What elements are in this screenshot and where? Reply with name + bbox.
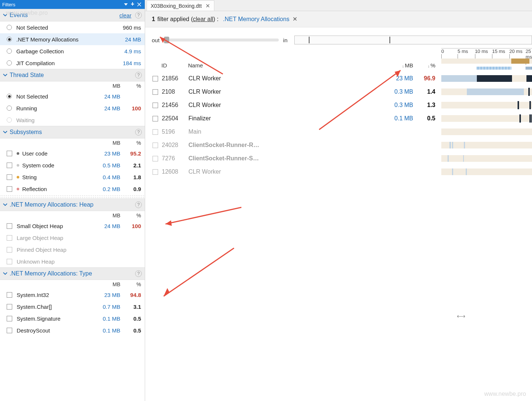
type-row[interactable]: DestroyScout 0.1 MB 0.5	[0, 324, 145, 336]
event-name: JIT Compilation	[16, 60, 114, 66]
checkbox-icon[interactable]	[153, 129, 158, 135]
subsystem-row[interactable]: String 0.4 MB 1.8	[0, 171, 145, 183]
checkbox-icon[interactable]	[7, 328, 12, 333]
event-row[interactable]: .NET Memory Allocations 24 MB	[0, 33, 145, 45]
resize-handle-icon[interactable]: ⟷	[457, 313, 465, 320]
subsystem-row[interactable]: Reflection 0.2 MB 0.9	[0, 183, 145, 195]
event-row[interactable]: Garbage Collection 4.9 ms	[0, 45, 145, 57]
heap-row[interactable]: Large Object Heap	[0, 232, 145, 244]
checkbox-icon[interactable]	[153, 116, 158, 121]
checkbox-icon[interactable]	[7, 151, 12, 156]
thread-row[interactable]: 21856 CLR Worker 23 MB 96.9	[145, 72, 441, 85]
checkbox-icon[interactable]	[7, 235, 12, 241]
section-events[interactable]: Events clear ?	[0, 9, 145, 21]
type-row[interactable]: System.Char[] 0.7 MB 3.1	[0, 301, 145, 313]
clear-all-link[interactable]: clear all	[193, 16, 213, 23]
timeline-row[interactable]	[441, 125, 532, 138]
checkbox-icon[interactable]	[7, 174, 12, 180]
timeline-row[interactable]	[441, 138, 532, 152]
col-mb[interactable]: ↓MB	[380, 62, 413, 68]
timeline-row[interactable]	[441, 72, 532, 85]
radio-icon[interactable]	[7, 60, 12, 66]
timeline-row[interactable]	[441, 98, 532, 112]
timeline[interactable]	[441, 59, 532, 178]
thread-row[interactable]: 5196 Main	[145, 125, 441, 138]
thread-row[interactable]: 7276 ClientSocket-Runner-S…	[145, 152, 441, 165]
checkbox-icon[interactable]	[153, 156, 158, 161]
type-row[interactable]: System.Int32 23 MB 94.8	[0, 289, 145, 301]
radio-icon[interactable]	[7, 37, 12, 42]
thread-state-row[interactable]: Not Selected 24 MB	[0, 90, 145, 102]
radio-icon[interactable]	[7, 117, 12, 123]
filter-chip[interactable]: .NET Memory Allocations	[223, 16, 289, 23]
events-clear-link[interactable]: clear	[119, 12, 131, 19]
col-id[interactable]: ID	[161, 62, 188, 68]
heap-row[interactable]: Unknown Heap	[0, 255, 145, 267]
overview-timeline[interactable]	[294, 36, 532, 44]
checkbox-icon[interactable]	[7, 316, 12, 321]
filter-bar: 1 filter applied ( clear all ) : .NET Me…	[145, 11, 532, 27]
subsystem-row[interactable]: System code 0.5 MB 2.1	[0, 159, 145, 171]
timeline-row[interactable]	[441, 112, 532, 125]
thread-row[interactable]: 12608 CLR Worker	[145, 165, 441, 178]
thread-row[interactable]: 2108 CLR Worker 0.3 MB 1.4	[145, 85, 441, 98]
checkbox-icon[interactable]	[153, 169, 158, 175]
section-thread-state[interactable]: Thread State ?	[0, 69, 145, 81]
dropdown-icon[interactable]	[123, 3, 129, 6]
help-icon[interactable]: ?	[135, 12, 142, 19]
time-ruler[interactable]: 0 5 ms 10 ms 15 ms 20 ms 25 ms	[441, 48, 532, 59]
thread-row[interactable]: 21456 CLR Worker 0.3 MB 1.3	[145, 98, 441, 112]
close-icon[interactable]: ✕	[205, 3, 210, 9]
filters-titlebar: Filters	[0, 0, 145, 9]
pin-icon[interactable]	[129, 2, 136, 7]
filters-panel: Filters Events clear ? Not Selected 960 …	[0, 0, 145, 401]
close-icon[interactable]	[136, 3, 143, 6]
thread-row[interactable]: 24028 ClientSocket-Runner-R…	[145, 138, 441, 152]
radio-icon[interactable]	[7, 25, 12, 30]
type-row[interactable]: System.Signature 0.1 MB 0.5	[0, 313, 145, 324]
subsystem-row[interactable]: User code 23 MB 95.2	[0, 147, 145, 159]
color-dot-icon	[17, 176, 19, 178]
thread-state-row[interactable]: Running 24 MB 100	[0, 102, 145, 114]
help-icon[interactable]: ?	[135, 270, 142, 277]
thread-state-row[interactable]: Waiting	[0, 114, 145, 126]
event-row[interactable]: Not Selected 960 ms	[0, 21, 145, 33]
checkbox-icon[interactable]	[7, 163, 12, 168]
svg-line-11	[164, 248, 234, 296]
section-heap[interactable]: .NET Memory Allocations: Heap ?	[0, 198, 145, 211]
col-pct: %	[120, 140, 141, 146]
checkbox-icon[interactable]	[7, 292, 12, 298]
checkbox-icon[interactable]	[7, 247, 12, 253]
slider-thumb[interactable]	[164, 37, 169, 43]
subsystem-name: String	[22, 174, 93, 180]
checkbox-icon[interactable]	[153, 103, 158, 108]
checkbox-icon[interactable]	[7, 186, 12, 192]
checkbox-icon[interactable]	[153, 76, 158, 81]
timeline-row[interactable]	[441, 85, 532, 98]
radio-icon[interactable]	[7, 106, 12, 111]
thread-name: Finalizer	[188, 115, 380, 122]
checkbox-icon[interactable]	[153, 89, 158, 95]
checkbox-icon[interactable]	[7, 223, 12, 229]
timeline-row[interactable]	[441, 152, 532, 165]
help-icon[interactable]: ?	[135, 201, 142, 208]
close-icon[interactable]: ✕	[292, 16, 297, 23]
col-name[interactable]: Name	[188, 62, 380, 68]
checkbox-icon[interactable]	[153, 143, 158, 148]
heap-row[interactable]: Small Object Heap 24 MB 100	[0, 220, 145, 232]
section-type[interactable]: .NET Memory Allocations: Type ?	[0, 267, 145, 280]
help-icon[interactable]: ?	[135, 129, 142, 136]
section-subsystems[interactable]: Subsystems ?	[0, 126, 145, 138]
thread-row[interactable]: 22504 Finalizer 0.1 MB 0.5	[145, 112, 441, 125]
tab-document[interactable]: X03Boxing_Boxing.dtt ✕	[147, 0, 214, 11]
checkbox-icon[interactable]	[7, 259, 12, 264]
radio-icon[interactable]	[7, 94, 12, 99]
event-row[interactable]: JIT Compilation 184 ms	[0, 57, 145, 69]
zoom-slider[interactable]	[164, 39, 279, 41]
timeline-row[interactable]	[441, 165, 532, 178]
radio-icon[interactable]	[7, 49, 12, 54]
heap-row[interactable]: Pinned Object Heap	[0, 244, 145, 255]
col-pct[interactable]: ↓%	[413, 62, 435, 68]
help-icon[interactable]: ?	[135, 72, 142, 78]
checkbox-icon[interactable]	[7, 304, 12, 310]
